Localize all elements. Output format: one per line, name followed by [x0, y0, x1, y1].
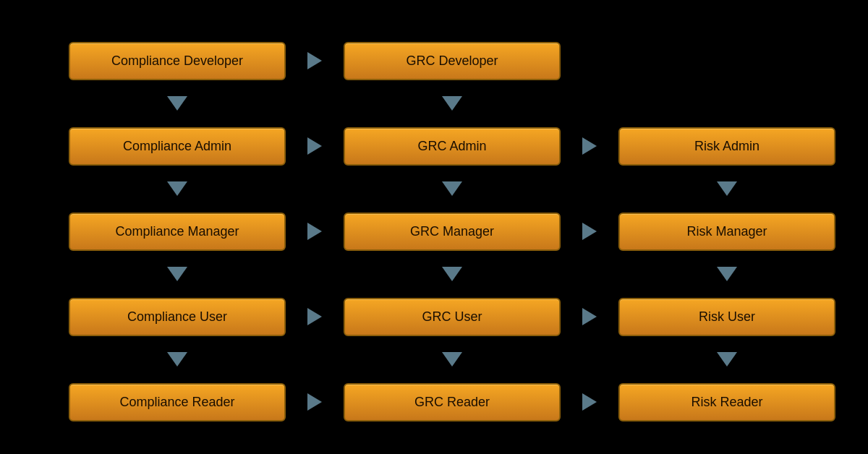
- arrow-down-grc-1: [442, 96, 462, 111]
- arrow-down-risk-2: [717, 181, 737, 196]
- arrow-down-comp-4: [167, 352, 187, 367]
- compliance-developer-label: Compliance Developer: [111, 53, 243, 68]
- arrow-right-admin-2: [564, 121, 615, 171]
- arrow-down-grc-4: [442, 352, 462, 367]
- arrow-down-comp-3: [167, 267, 187, 281]
- arrow-down-grc-2: [442, 181, 462, 196]
- arrow-down-comp-2: [167, 181, 187, 196]
- arrow-right-manager-1: [289, 207, 340, 256]
- risk-user-box: Risk User: [618, 298, 835, 336]
- risk-user-label: Risk User: [699, 309, 755, 324]
- compliance-reader-box: Compliance Reader: [69, 383, 286, 421]
- arrow-down-grc-3: [442, 267, 462, 281]
- risk-admin-label: Risk Admin: [694, 139, 760, 153]
- compliance-manager-label: Compliance Manager: [115, 224, 239, 239]
- grc-manager-box: GRC Manager: [344, 213, 561, 251]
- arrow-right-user-2: [564, 292, 615, 341]
- arrow-down-risk-4: [717, 352, 737, 367]
- arrow-right-manager-2: [564, 207, 615, 256]
- compliance-manager-box: Compliance Manager: [69, 213, 286, 251]
- risk-reader-label: Risk Reader: [691, 395, 762, 409]
- arrow-right-admin-1: [289, 121, 340, 171]
- risk-manager-label: Risk Manager: [686, 224, 767, 239]
- risk-admin-box: Risk Admin: [618, 127, 835, 166]
- grc-admin-box: GRC Admin: [344, 127, 561, 166]
- arrow-right-dev-1: [289, 36, 340, 85]
- diagram-container: Compliance Developer GRC Developer Compl…: [0, 0, 868, 454]
- risk-manager-box: Risk Manager: [618, 213, 835, 251]
- arrow-down-risk-3: [717, 267, 737, 281]
- compliance-user-label: Compliance User: [127, 309, 227, 324]
- arrow-right-reader-1: [289, 377, 340, 427]
- grc-developer-label: GRC Developer: [406, 53, 498, 68]
- grc-manager-label: GRC Manager: [410, 224, 494, 239]
- compliance-user-box: Compliance User: [69, 298, 286, 336]
- grc-admin-label: GRC Admin: [417, 139, 486, 153]
- grc-developer-box: GRC Developer: [344, 42, 561, 80]
- arrow-right-reader-2: [564, 377, 615, 427]
- compliance-admin-box: Compliance Admin: [69, 127, 286, 166]
- grc-user-box: GRC User: [344, 298, 561, 336]
- compliance-developer-box: Compliance Developer: [69, 42, 286, 80]
- grc-reader-box: GRC Reader: [344, 383, 561, 421]
- arrow-right-user-1: [289, 292, 340, 341]
- grc-reader-label: GRC Reader: [414, 395, 490, 409]
- compliance-admin-label: Compliance Admin: [123, 139, 231, 153]
- risk-reader-box: Risk Reader: [618, 383, 835, 421]
- arrow-down-comp-1: [167, 96, 187, 111]
- grc-user-label: GRC User: [422, 309, 482, 324]
- compliance-reader-label: Compliance Reader: [119, 395, 234, 409]
